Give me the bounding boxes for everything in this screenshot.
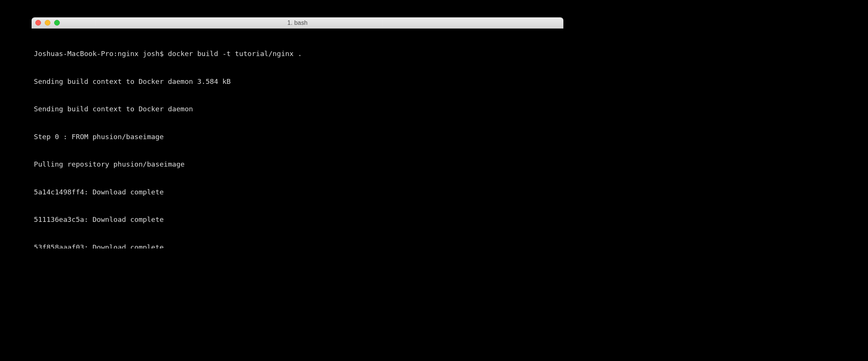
close-icon[interactable] — [35, 20, 41, 26]
terminal-line: Joshuas-MacBook-Pro:nginx josh$ docker b… — [34, 49, 560, 59]
terminal-line: Sending build context to Docker daemon 3… — [34, 77, 560, 86]
terminal-body[interactable]: Joshuas-MacBook-Pro:nginx josh$ docker b… — [32, 29, 563, 249]
terminal-line: 53f858aaaf03: Download complete — [34, 243, 560, 249]
terminal-line: 5a14c1498ff4: Download complete — [34, 188, 560, 197]
terminal-line: Step 0 : FROM phusion/baseimage — [34, 132, 560, 142]
terminal-line: Sending build context to Docker daemon — [34, 105, 560, 114]
zoom-icon[interactable] — [54, 20, 60, 26]
terminal-line: 511136ea3c5a: Download complete — [34, 215, 560, 224]
terminal-line: Pulling repository phusion/baseimage — [34, 160, 560, 169]
title-bar[interactable]: 1. bash — [32, 18, 563, 29]
minimize-icon[interactable] — [45, 20, 50, 26]
traffic-lights — [35, 20, 60, 26]
terminal-window: 1. bash Joshuas-MacBook-Pro:nginx josh$ … — [32, 17, 563, 249]
window-title: 1. bash — [32, 20, 563, 26]
